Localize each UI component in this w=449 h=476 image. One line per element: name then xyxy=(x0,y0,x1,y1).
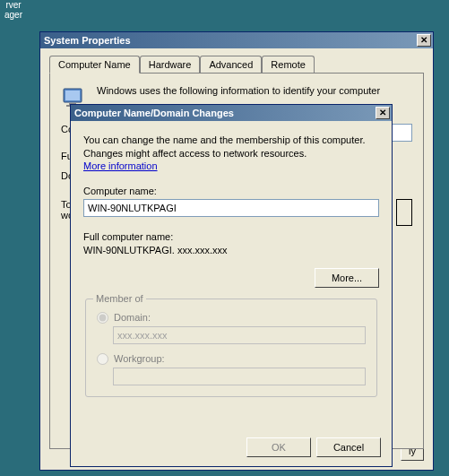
desktop-icon-label: rver ager xyxy=(4,0,22,20)
domain-radio xyxy=(97,312,108,324)
workgroup-radio xyxy=(97,353,108,365)
more-information-link[interactable]: More information xyxy=(83,160,158,171)
domain-label: Domain: xyxy=(114,312,151,323)
ok-button[interactable]: OK xyxy=(246,437,311,457)
cancel-button[interactable]: Cancel xyxy=(316,437,381,457)
full-computer-name-value: WIN-90NLUTKPAGI. xxx.xxx.xxx xyxy=(83,245,379,255)
system-properties-title: System Properties xyxy=(44,35,131,46)
more-button[interactable]: More... xyxy=(315,268,379,288)
close-icon[interactable]: ✕ xyxy=(376,107,390,119)
dialog-description: You can change the name and the membersh… xyxy=(83,134,379,160)
desktop-icon-server-manager[interactable]: rver ager xyxy=(0,0,27,20)
member-of-legend: Member of xyxy=(93,293,146,304)
tab-strip: Computer Name Hardware Advanced Remote xyxy=(49,56,424,73)
tab-advanced[interactable]: Advanced xyxy=(200,56,262,73)
system-properties-titlebar: System Properties ✕ xyxy=(40,32,433,48)
computer-name-input[interactable] xyxy=(83,199,379,217)
tab-computer-name[interactable]: Computer Name xyxy=(49,56,140,74)
domain-input xyxy=(113,326,366,344)
workgroup-input xyxy=(113,368,366,385)
domain-changes-titlebar: Computer Name/Domain Changes ✕ xyxy=(71,105,392,121)
tab-hardware[interactable]: Hardware xyxy=(140,56,201,73)
computer-name-label: Computer name: xyxy=(83,186,379,196)
change-button-outline xyxy=(396,199,412,226)
domain-changes-title: Computer Name/Domain Changes xyxy=(74,108,234,118)
full-computer-name-label: Full computer name: xyxy=(83,231,379,242)
close-icon[interactable]: ✕ xyxy=(417,34,431,47)
svg-rect-1 xyxy=(65,91,80,100)
workgroup-label: Workgroup: xyxy=(114,353,165,364)
tab-remote[interactable]: Remote xyxy=(262,56,315,73)
member-of-group: Member of Domain: Workgroup: xyxy=(85,299,377,397)
domain-changes-dialog: Computer Name/Domain Changes ✕ You can c… xyxy=(70,104,393,467)
